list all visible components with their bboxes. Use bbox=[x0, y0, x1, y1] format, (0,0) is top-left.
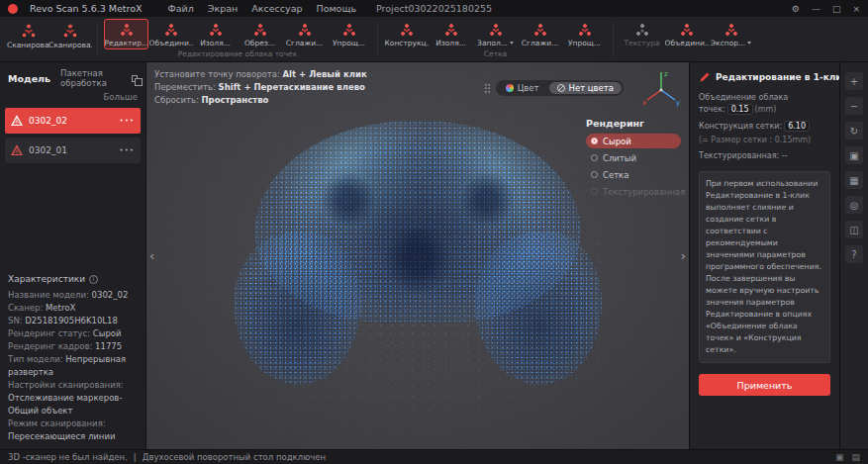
render-option-mesh[interactable]: Сетка bbox=[586, 167, 681, 182]
svg-text:y: y bbox=[676, 99, 680, 107]
render-option-fused[interactable]: Слитый bbox=[586, 150, 681, 165]
panel-title: Редактирование в 1-клик bbox=[716, 72, 848, 82]
fit-view-icon[interactable]: ▣ bbox=[845, 146, 863, 164]
texture-icon bbox=[635, 23, 649, 37]
scan-button-2[interactable]: Сканирова... bbox=[49, 19, 91, 51]
revo-scan-window: Revo Scan 5.6.3 MetroX Файл Экран Аксесс… bbox=[0, 0, 868, 464]
model-item-0302-01[interactable]: 0302_01 ••• bbox=[5, 138, 141, 163]
menu-screen[interactable]: Экран bbox=[208, 3, 238, 14]
render-option-raw[interactable]: Сырой bbox=[586, 134, 681, 148]
merge-button[interactable]: Объедини... bbox=[664, 19, 709, 49]
simplify-pointcloud-button[interactable]: Упрощ... bbox=[327, 19, 371, 49]
chevron-down-icon bbox=[747, 42, 751, 45]
collapse-right-panel-icon[interactable]: › bbox=[681, 251, 686, 261]
settings-icon[interactable]: ⚙ bbox=[792, 4, 800, 14]
axis-gizmo[interactable]: z x y bbox=[639, 66, 683, 112]
app-logo-icon bbox=[8, 4, 18, 14]
model-menu-icon[interactable]: ••• bbox=[120, 146, 135, 154]
scan-button-1[interactable]: Сканирова... bbox=[8, 19, 49, 51]
maximize-icon[interactable]: □ bbox=[832, 4, 841, 14]
fusion-value[interactable]: 0.15 bbox=[727, 104, 753, 115]
isolate-pointcloud-button[interactable]: Изоля... bbox=[193, 19, 238, 49]
smooth-pointcloud-button[interactable]: Сглажи... bbox=[282, 19, 327, 49]
window-controls: ⚙ — □ × bbox=[792, 4, 860, 14]
mesh-group-label: Сетка bbox=[384, 49, 607, 61]
trim-pointcloud-button[interactable]: Обрез... bbox=[238, 19, 282, 49]
no-color-button[interactable]: Нет цвета bbox=[549, 82, 622, 94]
toolbar: Сканирова... Сканирова... Редактир... Об… bbox=[0, 17, 868, 62]
model-name: 0302_01 bbox=[29, 145, 114, 155]
scan-icon bbox=[21, 23, 37, 39]
minimize-icon[interactable]: — bbox=[812, 4, 820, 14]
mesh-value[interactable]: 6.10 bbox=[784, 121, 810, 132]
turntable-status: Двухосевой поворотный стол подключен bbox=[143, 452, 326, 462]
properties-title: Характеристики bbox=[8, 274, 85, 284]
fusion-field: Объединение облака точек:0.15(mm) bbox=[699, 92, 830, 116]
zoom-out-icon[interactable]: − bbox=[845, 97, 863, 115]
prop-scanner: Сканер: MetroX bbox=[8, 302, 138, 315]
close-icon[interactable]: × bbox=[852, 4, 860, 14]
split-view-icon[interactable]: ◫ bbox=[845, 221, 863, 238]
toolbar-group-mesh: Конструкц... Изоля... Запол... Сглажи...… bbox=[380, 17, 611, 61]
view-tool-strip: + − ↻ ▣ ▦ ◎ ◫ ? bbox=[839, 62, 868, 449]
color-toggle: Цвет Нет цвета bbox=[484, 80, 624, 96]
mesh-construct-icon bbox=[400, 23, 414, 37]
menu-file[interactable]: Файл bbox=[168, 3, 194, 14]
mesh-size-note: (= Размер сетки : 0.15mm) bbox=[699, 136, 830, 144]
tab-batch-processing[interactable]: Пакетная обработка bbox=[60, 68, 138, 88]
radio-icon bbox=[591, 154, 598, 161]
viewport-3d[interactable]: Установите точку поворота: Alt + Левый к… bbox=[146, 62, 689, 449]
layout-icon[interactable]: ▤ bbox=[851, 452, 860, 462]
mesh-construct-button[interactable]: Конструкц... bbox=[384, 19, 429, 49]
simplify-icon bbox=[342, 23, 356, 37]
hint-pivot: Установите точку поворота: Alt + Левый к… bbox=[154, 68, 367, 81]
toolbar-divider bbox=[377, 22, 378, 56]
smooth-icon bbox=[533, 23, 547, 37]
info-icon[interactable] bbox=[89, 275, 98, 284]
prop-model-name: Название модели: 0302_02 bbox=[8, 289, 138, 302]
zoom-in-icon[interactable]: + bbox=[845, 72, 863, 90]
model-icon bbox=[11, 115, 23, 127]
more-link[interactable]: Больше bbox=[0, 90, 145, 106]
menu-accessory[interactable]: Аксессуар bbox=[251, 3, 302, 14]
render-option-textured[interactable]: Текстурированная bbox=[586, 184, 681, 199]
drag-handle-icon[interactable] bbox=[484, 83, 491, 94]
reset-view-icon[interactable]: ↻ bbox=[845, 122, 863, 139]
smooth-icon bbox=[298, 23, 312, 37]
export-icon bbox=[724, 23, 738, 37]
edit-oneclick-button[interactable]: Редактир... bbox=[104, 19, 148, 49]
collapse-left-panel-icon[interactable]: ‹ bbox=[149, 251, 154, 261]
chevron-down-icon bbox=[510, 42, 514, 45]
render-mode-panel: Рендеринг Сырой Слитый Сетка Текстуриров… bbox=[586, 118, 681, 201]
mesh-isolate-button[interactable]: Изоля... bbox=[429, 19, 473, 49]
toolbar-group-scan: Сканирова... Сканирова... bbox=[4, 17, 95, 61]
menu-help[interactable]: Помощь bbox=[317, 3, 356, 14]
tab-model[interactable]: Модель bbox=[8, 73, 50, 84]
point-cloud-body bbox=[254, 121, 581, 324]
grid-view-icon[interactable]: ▦ bbox=[845, 171, 863, 189]
prop-render-frames: Рендеринг кадров: 11775 bbox=[8, 340, 138, 353]
project-name: Project03022025180255 bbox=[376, 3, 492, 14]
color-button[interactable]: Цвет bbox=[498, 82, 547, 94]
help-icon[interactable]: ? bbox=[845, 245, 863, 263]
prop-scan-settings: Настройки сканирования: Отслеживание мар… bbox=[8, 379, 138, 418]
mesh-smooth-button[interactable]: Сглажи... bbox=[518, 19, 562, 49]
model-menu-icon[interactable]: ••• bbox=[120, 117, 135, 125]
model-properties: Характеристики Название модели: 0302_02 … bbox=[0, 270, 145, 449]
scan-icon bbox=[62, 23, 78, 39]
fuse-icon bbox=[164, 23, 178, 37]
sidebar-tabs: Модель Пакетная обработка bbox=[0, 62, 145, 90]
mesh-simplify-button[interactable]: Упрощ... bbox=[562, 19, 607, 49]
export-button[interactable]: Экспор... bbox=[709, 19, 753, 49]
fuse-pointcloud-button[interactable]: Объедини... bbox=[148, 19, 193, 49]
front-view-icon[interactable]: ◎ bbox=[845, 196, 863, 214]
hint-move: Переместить: Shift + Перетаскивание влев… bbox=[154, 81, 367, 94]
device-icon[interactable]: ▣ bbox=[835, 452, 844, 462]
mesh-fill-holes-button[interactable]: Запол... bbox=[473, 19, 518, 49]
palette-icon bbox=[506, 84, 514, 92]
apply-button[interactable]: Применить bbox=[699, 374, 830, 396]
viewport-hints: Установите точку поворота: Alt + Левый к… bbox=[154, 68, 367, 107]
titlebar: Revo Scan 5.6.3 MetroX Файл Экран Аксесс… bbox=[0, 0, 868, 17]
model-item-0302-02[interactable]: 0302_02 ••• bbox=[5, 108, 141, 134]
texture-button[interactable]: Текстура bbox=[620, 19, 664, 49]
